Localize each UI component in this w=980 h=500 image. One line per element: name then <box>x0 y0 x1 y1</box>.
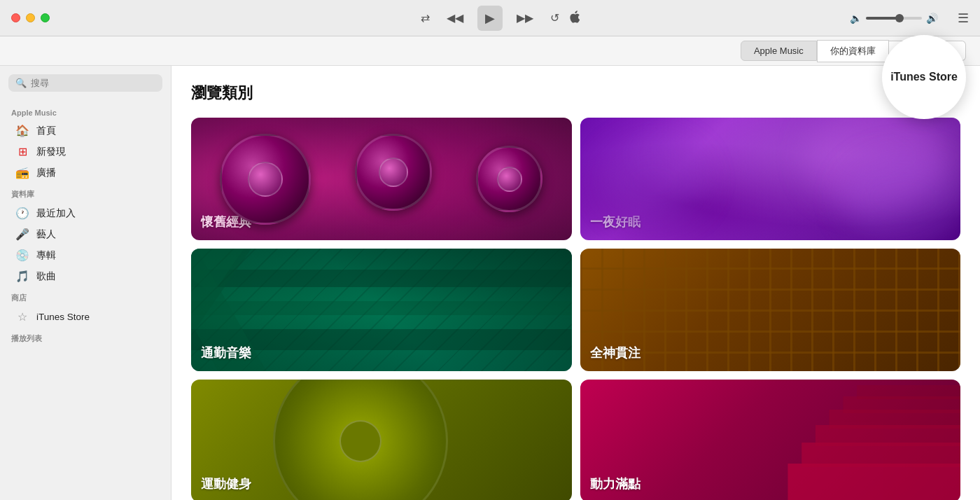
volume-low-icon: 🔈 <box>850 13 862 24</box>
forward-button[interactable]: ▶▶ <box>514 8 536 27</box>
sidebar-item-songs[interactable]: 🎵 歌曲 <box>4 266 167 286</box>
close-button[interactable] <box>11 13 20 22</box>
speaker-right <box>476 146 542 212</box>
maximize-button[interactable] <box>41 13 50 22</box>
sidebar: 🔍 Apple Music 🏠 首頁 ⊞ 新發現 📻 廣播 資料庫 🕐 最近加入… <box>0 66 172 500</box>
svg-rect-7 <box>802 443 960 467</box>
svg-rect-11 <box>857 385 960 399</box>
traffic-lights <box>11 13 50 22</box>
card-energy[interactable]: 動力滿點 <box>580 380 961 500</box>
playlist-section-label: 播放列表 <box>0 328 171 347</box>
titlebar: ⇄ ◀◀ ▶ ▶▶ ↺ 🔈 🔊 ☰ <box>0 0 980 36</box>
library-section-label: 資料庫 <box>0 183 171 202</box>
tab-library[interactable]: 你的資料庫 <box>817 40 889 62</box>
volume-high-icon: 🔊 <box>926 13 938 24</box>
itunes-store-bubble[interactable]: iTunes Store <box>882 35 966 119</box>
speakers-decoration <box>191 118 572 240</box>
svg-rect-6 <box>788 464 960 500</box>
artists-icon: 🎤 <box>15 228 29 241</box>
sidebar-item-radio-label: 廣播 <box>36 167 56 179</box>
sidebar-item-itunes-store[interactable]: ☆ iTunes Store <box>4 307 167 327</box>
volume-slider[interactable] <box>866 17 922 20</box>
recent-icon: 🕐 <box>15 207 29 220</box>
list-icon[interactable]: ☰ <box>958 11 969 26</box>
sidebar-item-artists-label: 藝人 <box>36 228 56 241</box>
sidebar-item-recent-label: 最近加入 <box>36 207 76 220</box>
discover-icon: ⊞ <box>15 145 29 158</box>
browse-title: 瀏覽類別 <box>191 83 960 104</box>
sidebar-item-albums-label: 專輯 <box>36 249 56 262</box>
radio-icon: 📻 <box>15 166 29 179</box>
apple-music-section-label: Apple Music <box>0 103 171 120</box>
sidebar-item-albums[interactable]: 💿 專輯 <box>4 245 167 265</box>
sidebar-item-recent[interactable]: 🕐 最近加入 <box>4 203 167 223</box>
card-energy-label: 動力滿點 <box>590 475 640 492</box>
speaker-left <box>220 134 311 225</box>
home-icon: 🏠 <box>15 124 29 137</box>
speaker-center <box>355 134 432 211</box>
search-icon: 🔍 <box>15 78 27 88</box>
tab-apple-music[interactable]: Apple Music <box>741 41 817 61</box>
card-sleep[interactable]: 一夜好眠 <box>580 118 961 240</box>
content-area: 瀏覽類別 懷舊經典 <box>172 66 980 500</box>
sidebar-item-songs-label: 歌曲 <box>36 270 56 283</box>
sidebar-item-artists[interactable]: 🎤 藝人 <box>4 224 167 244</box>
category-grid: 懷舊經典 一夜好眠 <box>191 118 960 500</box>
sidebar-item-radio[interactable]: 📻 廣播 <box>4 162 167 183</box>
search-input[interactable] <box>31 78 155 88</box>
volume-control[interactable]: 🔈 🔊 <box>850 13 938 24</box>
smoke-2 <box>601 139 706 223</box>
sidebar-item-discover[interactable]: ⊞ 新發現 <box>4 141 167 162</box>
card-classic[interactable]: 懷舊經典 <box>191 118 572 240</box>
toolbar-controls: ⇄ ◀◀ ▶ ▶▶ ↺ <box>418 6 562 31</box>
songs-icon: 🎵 <box>15 270 29 283</box>
card-commute[interactable]: 通勤音樂 <box>191 249 572 371</box>
sidebar-item-home[interactable]: 🏠 首頁 <box>4 120 167 141</box>
card-focus-label: 全神貫注 <box>590 345 640 361</box>
svg-rect-1 <box>191 301 572 315</box>
shuffle-button[interactable]: ⇄ <box>418 8 433 27</box>
sidebar-item-home-label: 首頁 <box>36 125 56 137</box>
rewind-button[interactable]: ◀◀ <box>444 8 466 27</box>
minimize-button[interactable] <box>26 13 35 22</box>
smoke-3 <box>841 153 960 240</box>
search-bar[interactable]: 🔍 <box>8 74 162 92</box>
sidebar-item-discover-label: 新發現 <box>36 146 66 158</box>
repeat-button[interactable]: ↺ <box>547 8 562 27</box>
card-exercise-label: 運動健身 <box>201 475 251 492</box>
star-icon: ☆ <box>15 310 29 324</box>
volume-thumb <box>895 14 904 22</box>
card-focus[interactable]: 全神貫注 <box>580 249 961 371</box>
sidebar-item-itunes-store-label: iTunes Store <box>36 312 90 322</box>
play-button[interactable]: ▶ <box>477 6 503 31</box>
tabbar: Apple Music 你的資料庫 iTunes Store <box>0 36 980 66</box>
card-commute-label: 通勤音樂 <box>201 345 251 361</box>
apple-logo-icon <box>568 9 580 27</box>
svg-rect-0 <box>191 270 572 287</box>
albums-icon: 💿 <box>15 249 29 262</box>
store-section-label: 商店 <box>0 287 171 306</box>
main-area: 🔍 Apple Music 🏠 首頁 ⊞ 新發現 📻 廣播 資料庫 🕐 最近加入… <box>0 66 980 500</box>
card-exercise[interactable]: 運動健身 <box>191 380 572 500</box>
